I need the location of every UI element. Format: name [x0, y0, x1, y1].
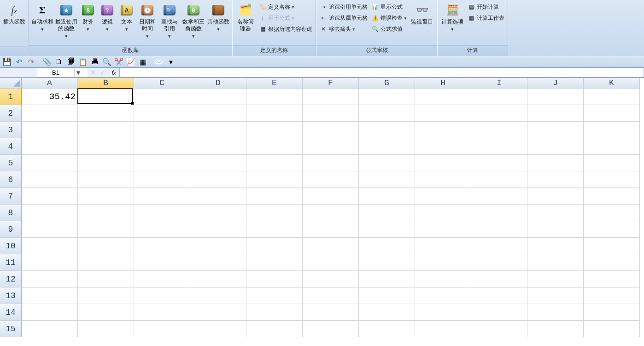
cell-H4[interactable]	[415, 138, 471, 155]
column-header-I[interactable]: I	[471, 78, 527, 88]
cell-E9[interactable]	[246, 221, 303, 238]
cell-C11[interactable]	[134, 254, 190, 271]
cell-F2[interactable]	[303, 105, 359, 122]
cell-K10[interactable]	[584, 238, 640, 254]
cell-E1[interactable]	[246, 88, 303, 105]
cell-I9[interactable]	[471, 221, 527, 238]
cell-E10[interactable]	[246, 238, 303, 254]
calculate-now-button[interactable]: ▤开始计算	[466, 2, 506, 12]
cell-D8[interactable]	[190, 205, 246, 221]
cell-I4[interactable]	[471, 138, 527, 155]
logical-button[interactable]: ? 逻辑 ▾	[98, 1, 117, 32]
cell-B8[interactable]	[78, 205, 134, 221]
cell-J11[interactable]	[527, 254, 584, 271]
row-header-15[interactable]: 15	[0, 321, 22, 337]
cell-H10[interactable]	[415, 238, 471, 254]
cell-F9[interactable]	[303, 221, 359, 238]
cell-E15[interactable]	[246, 321, 303, 337]
show-formulas-button[interactable]: 📊显示公式	[369, 2, 409, 12]
cell-C15[interactable]	[134, 321, 190, 337]
cell-K5[interactable]	[584, 155, 640, 171]
row-header-6[interactable]: 6	[0, 171, 22, 188]
cell-A9[interactable]	[22, 221, 78, 238]
cell-F8[interactable]	[303, 205, 359, 221]
grid-body[interactable]: 35.42	[22, 88, 644, 346]
cell-G8[interactable]	[359, 205, 415, 221]
cell-J3[interactable]	[527, 122, 584, 138]
cell-C14[interactable]	[134, 304, 190, 321]
column-header-K[interactable]: K	[584, 78, 640, 88]
cell-A1[interactable]: 35.42	[22, 88, 78, 105]
cell-G1[interactable]	[359, 88, 415, 105]
cell-A15[interactable]	[22, 321, 78, 337]
table-icon[interactable]: ▦	[139, 58, 147, 66]
row-header-3[interactable]: 3	[0, 122, 22, 138]
cell-B3[interactable]	[78, 122, 134, 138]
calculate-sheet-button[interactable]: ▦计算工作表	[466, 13, 506, 23]
mail-icon[interactable]: ✉️	[155, 58, 163, 66]
column-header-H[interactable]: H	[415, 78, 471, 88]
create-from-selection-button[interactable]: ▦ 根据所选内容创建	[257, 24, 314, 34]
select-all-corner[interactable]	[0, 78, 22, 88]
row-header-10[interactable]: 10	[0, 238, 22, 254]
cell-B4[interactable]	[78, 138, 134, 155]
cell-B14[interactable]	[78, 304, 134, 321]
cell-J12[interactable]	[527, 271, 584, 287]
cell-B9[interactable]	[78, 221, 134, 238]
calc-options-button[interactable]: 🧮 计算选项 ▾	[439, 1, 466, 32]
cell-K11[interactable]	[584, 254, 640, 271]
cell-I14[interactable]	[471, 304, 527, 321]
preview-icon[interactable]: 🔍	[103, 58, 111, 66]
cell-K12[interactable]	[584, 271, 640, 287]
cell-G11[interactable]	[359, 254, 415, 271]
cell-C9[interactable]	[134, 221, 190, 238]
cell-I3[interactable]	[471, 122, 527, 138]
cell-F6[interactable]	[303, 171, 359, 188]
row-header-2[interactable]: 2	[0, 105, 22, 122]
cell-G6[interactable]	[359, 171, 415, 188]
cell-G10[interactable]	[359, 238, 415, 254]
row-header-12[interactable]: 12	[0, 271, 22, 287]
cell-I6[interactable]	[471, 171, 527, 188]
cell-D10[interactable]	[190, 238, 246, 254]
cell-G2[interactable]	[359, 105, 415, 122]
cell-D9[interactable]	[190, 221, 246, 238]
cell-B11[interactable]	[78, 254, 134, 271]
column-header-J[interactable]: J	[527, 78, 584, 88]
cell-C10[interactable]	[134, 238, 190, 254]
print-icon[interactable]: 🖶	[91, 58, 99, 66]
cell-E13[interactable]	[246, 287, 303, 304]
cell-G15[interactable]	[359, 321, 415, 337]
chart-icon[interactable]: 📈	[127, 58, 135, 66]
cell-F15[interactable]	[303, 321, 359, 337]
cell-C12[interactable]	[134, 271, 190, 287]
cell-E2[interactable]	[246, 105, 303, 122]
name-box[interactable]: ▾	[37, 68, 88, 77]
cell-C3[interactable]	[134, 122, 190, 138]
cell-I2[interactable]	[471, 105, 527, 122]
column-header-C[interactable]: C	[134, 78, 190, 88]
cell-K7[interactable]	[584, 188, 640, 205]
cell-A2[interactable]	[22, 105, 78, 122]
row-header-4[interactable]: 4	[0, 138, 22, 155]
cell-B7[interactable]	[78, 188, 134, 205]
text-button[interactable]: A 文本 ▾	[117, 1, 136, 32]
cell-C8[interactable]	[134, 205, 190, 221]
cell-F13[interactable]	[303, 287, 359, 304]
cell-D3[interactable]	[190, 122, 246, 138]
cell-H12[interactable]	[415, 271, 471, 287]
column-header-B[interactable]: B	[78, 78, 134, 88]
redo-icon[interactable]: ↷	[27, 58, 35, 66]
new-icon[interactable]: 🗋	[55, 58, 63, 66]
watch-window-button[interactable]: 👓 监视窗口	[409, 1, 435, 25]
fx-icon[interactable]: fx	[108, 68, 120, 77]
recent-functions-button[interactable]: ★ 最近使用的函数 ▾	[54, 1, 78, 39]
cell-J15[interactable]	[527, 321, 584, 337]
cell-C2[interactable]	[134, 105, 190, 122]
cell-J10[interactable]	[527, 238, 584, 254]
formula-input[interactable]	[120, 68, 644, 77]
cell-D12[interactable]	[190, 271, 246, 287]
cell-H9[interactable]	[415, 221, 471, 238]
cell-C7[interactable]	[134, 188, 190, 205]
save-icon[interactable]: 💾	[3, 58, 11, 66]
